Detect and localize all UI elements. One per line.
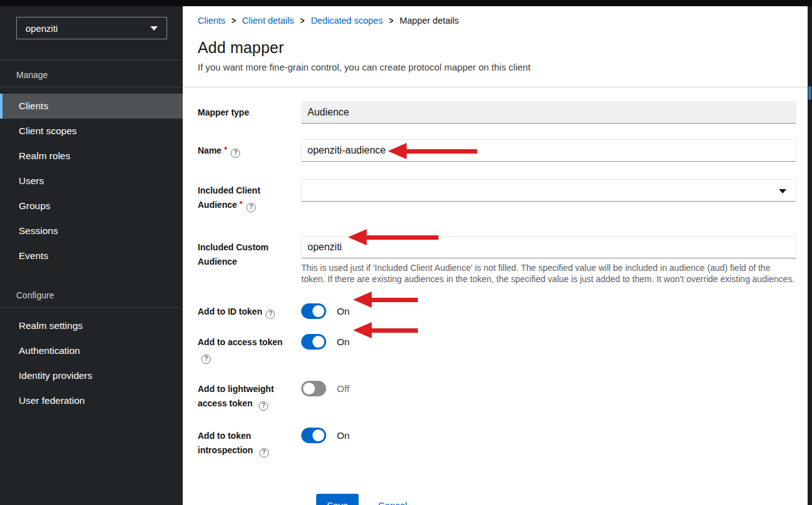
page-header: Clients > Client details > Dedicated sco…: [183, 6, 808, 87]
main-content: Clients > Client details > Dedicated sco…: [183, 6, 808, 505]
toggle-knob: [312, 336, 324, 348]
scrollbar-thumb[interactable]: [808, 86, 811, 100]
help-icon[interactable]: ?: [246, 203, 256, 212]
sidebar-item-user-federation[interactable]: User federation: [0, 388, 183, 413]
sidebar-item-sessions[interactable]: Sessions: [0, 218, 183, 243]
included-client-audience-label: Included Client Audience*?: [198, 179, 301, 212]
page-title: Add mapper: [198, 39, 796, 57]
add-to-id-token-label: Add to ID token?: [198, 303, 301, 319]
realm-selector-dropdown[interactable]: openziti: [16, 17, 167, 39]
breadcrumb-link-clients[interactable]: Clients: [198, 16, 225, 26]
breadcrumb-current-mapper-details: Mapper details: [400, 16, 459, 26]
chevron-down-icon: [150, 26, 158, 31]
form-row-add-to-lightweight-access-token: Add to lightweight access token ? Off: [198, 381, 796, 411]
add-to-lightweight-access-token-toggle[interactable]: [301, 381, 326, 396]
add-to-lightweight-access-token-label: Add to lightweight access token ?: [198, 381, 301, 411]
add-to-lightweight-access-token-control: Off: [301, 381, 796, 396]
name-field[interactable]: [301, 139, 796, 162]
sidebar: openziti Manage Clients Client scopes Re…: [0, 6, 183, 505]
realm-selector-block: openziti: [0, 6, 183, 61]
toggle-state-text: On: [337, 336, 350, 348]
form-row-add-to-access-token: Add to access token ? On: [198, 334, 796, 364]
breadcrumb-link-client-details[interactable]: Client details: [242, 16, 294, 26]
chevron-down-icon: [779, 189, 786, 194]
toggle-knob: [312, 429, 324, 441]
sidebar-item-realm-roles[interactable]: Realm roles: [0, 144, 183, 169]
nav-list-manage: Clients Client scopes Realm roles Users …: [0, 87, 183, 268]
sidebar-item-events[interactable]: Events: [0, 243, 183, 268]
included-client-audience-select[interactable]: [301, 179, 796, 202]
sidebar-item-client-scopes[interactable]: Client scopes: [0, 119, 183, 144]
sidebar-item-clients[interactable]: Clients: [0, 94, 183, 119]
form-row-included-custom-audience: Included Custom Audience This is used ju…: [198, 236, 796, 285]
included-custom-audience-help-text: This is used just if 'Included Client Au…: [301, 263, 796, 285]
included-custom-audience-field[interactable]: [301, 236, 796, 258]
mapper-type-label: Mapper type: [198, 101, 301, 119]
save-button[interactable]: Save: [316, 494, 359, 505]
add-to-token-introspection-label: Add to token introspection ?: [198, 428, 301, 458]
vertical-scrollbar[interactable]: [808, 6, 812, 505]
masthead-bar: [0, 0, 812, 6]
help-icon[interactable]: ?: [259, 448, 269, 458]
nav-list-configure: Realm settings Authentication Identity p…: [0, 308, 183, 413]
toggle-state-text: On: [337, 306, 350, 317]
add-to-id-token-toggle[interactable]: [301, 303, 326, 319]
included-custom-audience-label: Included Custom Audience: [198, 236, 301, 269]
sidebar-item-identity-providers[interactable]: Identity providers: [0, 363, 183, 388]
sidebar-item-realm-settings[interactable]: Realm settings: [0, 313, 183, 338]
breadcrumb-separator-icon: >: [231, 15, 236, 26]
page-subtitle: If you want more fine-grain control, you…: [198, 62, 796, 72]
add-to-token-introspection-toggle[interactable]: [301, 428, 326, 443]
help-icon[interactable]: ?: [231, 149, 240, 158]
toggle-state-text: On: [337, 430, 350, 441]
toggle-knob: [303, 383, 315, 395]
breadcrumb-separator-icon: >: [389, 15, 394, 26]
form-row-add-to-id-token: Add to ID token? On: [198, 303, 796, 319]
form-row-add-to-token-introspection: Add to token introspection ? On: [198, 428, 796, 458]
form-row-mapper-type: Mapper type: [198, 101, 796, 124]
realm-name: openziti: [26, 23, 58, 34]
required-indicator: *: [224, 145, 227, 154]
add-to-access-token-label: Add to access token ?: [198, 334, 301, 364]
nav-section-title-configure: Configure: [0, 268, 183, 308]
nav-section-title-manage: Manage: [0, 61, 183, 87]
add-to-access-token-toggle[interactable]: [301, 334, 326, 350]
cancel-button[interactable]: Cancel: [378, 500, 407, 505]
form-row-included-client-audience: Included Client Audience*?: [198, 179, 796, 212]
sidebar-item-users[interactable]: Users: [0, 169, 183, 194]
add-to-token-introspection-control: On: [301, 428, 796, 443]
help-icon[interactable]: ?: [201, 355, 211, 364]
breadcrumb: Clients > Client details > Dedicated sco…: [198, 16, 796, 26]
breadcrumb-separator-icon: >: [300, 15, 304, 26]
mapper-type-field: [301, 101, 796, 124]
add-to-access-token-control: On: [301, 334, 796, 350]
sidebar-item-authentication[interactable]: Authentication: [0, 338, 183, 363]
required-indicator: *: [239, 199, 243, 208]
toggle-state-text: Off: [337, 383, 349, 395]
add-mapper-form: Mapper type Name*? Included Client Audie…: [183, 101, 808, 505]
toggle-knob: [312, 305, 324, 317]
help-icon[interactable]: ?: [259, 401, 268, 411]
help-icon[interactable]: ?: [266, 310, 275, 319]
form-row-name: Name*?: [198, 139, 796, 162]
name-label: Name*?: [198, 139, 301, 158]
breadcrumb-link-dedicated-scopes[interactable]: Dedicated scopes: [311, 16, 382, 26]
sidebar-item-groups[interactable]: Groups: [0, 194, 183, 218]
add-to-id-token-control: On: [301, 303, 796, 319]
included-custom-audience-field-group: This is used just if 'Included Client Au…: [301, 236, 796, 285]
form-actions: Save Cancel: [198, 494, 796, 505]
